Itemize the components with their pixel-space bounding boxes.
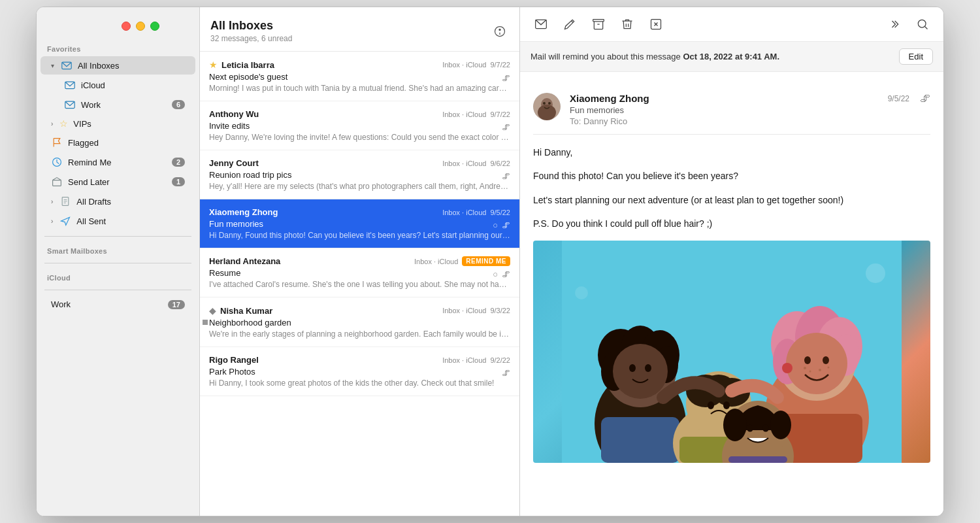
close-button[interactable]	[122, 22, 131, 31]
mail-sender: Rigo Rangel	[209, 355, 259, 365]
mail-icon	[64, 79, 76, 91]
sidebar-item-label: VIPs	[73, 119, 185, 129]
mail-sender: Anthony Wu	[209, 109, 259, 119]
mail-item[interactable]: ★ Leticia Ibarra Inbox · iCloud 9/7/22 N…	[200, 52, 519, 101]
icloud-section-label: iCloud	[37, 269, 199, 284]
sidebar-item-remind-me[interactable]: Remind Me 2	[41, 153, 195, 171]
sidebar-item-label: Work	[51, 299, 163, 309]
mail-subject: Park Photos	[209, 367, 255, 377]
work-section-badge: 17	[168, 300, 185, 309]
svg-point-36	[645, 364, 651, 372]
mail-preview: Hey Danny, We're loving the invite! A fe…	[209, 133, 510, 142]
mail-sender: Xiaomeng Zhong	[209, 207, 278, 217]
svg-point-45	[723, 401, 730, 409]
svg-point-55	[804, 356, 811, 364]
email-date: 9/5/22	[888, 94, 909, 103]
junk-button[interactable]	[645, 14, 666, 35]
mail-preview: Morning! I was put in touch with Tania b…	[209, 84, 510, 93]
sidebar-item-flagged[interactable]: Flagged	[41, 133, 195, 152]
mail-item[interactable]: ◆ Nisha Kumar Inbox · iCloud 9/3/22 Neig…	[200, 297, 519, 347]
sidebar-item-label: Remind Me	[68, 158, 167, 167]
email-subject: Fun memories	[570, 105, 881, 115]
date-label: 9/3/22	[490, 307, 510, 314]
mailbox-label: Inbox · iCloud	[442, 356, 486, 364]
remind-badge: REMIND ME	[462, 256, 510, 266]
sidebar-item-label: All Sent	[76, 216, 185, 226]
svg-point-66	[770, 411, 791, 439]
mail-item[interactable]: Rigo Rangel Inbox · iCloud 9/2/22 Park P…	[200, 347, 519, 396]
chevron-right-icon: ›	[51, 218, 53, 225]
sidebar-item-icloud[interactable]: iCloud	[41, 76, 195, 94]
unread-dot-icon: ◆	[209, 305, 216, 316]
mail-list-scroll: ★ Leticia Ibarra Inbox · iCloud 9/7/22 N…	[200, 52, 519, 516]
svg-rect-37	[601, 417, 679, 463]
svg-rect-4	[53, 180, 61, 186]
fullscreen-button[interactable]	[150, 22, 159, 31]
send-icon	[59, 215, 71, 227]
svg-point-34	[613, 344, 668, 399]
mail-item[interactable]: Jenny Court Inbox · iCloud 9/6/22 Reunio…	[200, 150, 519, 199]
svg-point-35	[629, 364, 636, 372]
mailbox-label: Inbox · iCloud	[442, 209, 486, 216]
mail-item[interactable]: Herland Antezana Inbox · iCloud REMIND M…	[200, 248, 519, 297]
svg-point-68	[762, 424, 769, 431]
sidebar: Favorites ▾ All Inboxes iCloud Work 6	[37, 7, 200, 516]
attachment-icon: 🖇	[502, 171, 510, 181]
mail-item[interactable]: Anthony Wu Inbox · iCloud 9/7/22 Invite …	[200, 101, 519, 150]
svg-point-10	[498, 28, 500, 30]
mail-subject: Reunion road trip pics	[209, 170, 291, 180]
compose-button[interactable]	[559, 14, 580, 35]
favorites-label: Favorites	[37, 40, 199, 56]
sidebar-item-all-sent[interactable]: › All Sent	[41, 212, 195, 230]
svg-point-44	[708, 401, 714, 409]
sidebar-item-work-section[interactable]: Work 17	[41, 296, 195, 312]
sidebar-item-all-inboxes[interactable]: ▾ All Inboxes	[41, 56, 195, 75]
mail-item-selected[interactable]: Xiaomeng Zhong Inbox · iCloud 9/5/22 Fun…	[200, 199, 519, 248]
search-button[interactable]	[912, 14, 933, 35]
svg-point-65	[723, 409, 747, 441]
star-icon: ★	[209, 59, 218, 70]
date-label: 9/5/22	[490, 209, 510, 216]
box-icon	[51, 176, 63, 188]
message-count: 32 messages, 6 unread	[210, 34, 292, 43]
remind-icon: ○	[493, 269, 498, 279]
mail-subject: Neighborhood garden	[209, 318, 291, 328]
mail-subject: Fun memories	[209, 219, 263, 229]
mail-preview: I've attached Carol's resume. She's the …	[209, 280, 510, 289]
sidebar-item-all-drafts[interactable]: › All Drafts	[41, 192, 195, 211]
star-icon: ☆	[59, 118, 68, 129]
mail-subject: Resume	[209, 268, 240, 278]
sidebar-item-label: All Inboxes	[78, 61, 185, 71]
email-to: To: Danny Rico	[570, 116, 881, 126]
avatar	[533, 93, 561, 120]
mailbox-label: Inbox · iCloud	[442, 307, 486, 314]
mail-icon	[61, 59, 73, 71]
more-button[interactable]	[883, 14, 904, 35]
archive-button[interactable]	[588, 14, 609, 35]
edit-button[interactable]: Edit	[899, 48, 933, 65]
email-body-line: Found this photo! Can you believe it's b…	[533, 169, 930, 183]
date-label: 9/7/22	[490, 110, 510, 118]
divider	[44, 263, 191, 263]
mail-list-header: All Inboxes 32 messages, 6 unread	[200, 7, 519, 52]
trash-button[interactable]	[617, 14, 638, 35]
reminder-text: Mail will remind you about this message …	[531, 52, 779, 61]
remind-icon: ○	[493, 220, 498, 230]
mail-preview: Hi Danny, Found this photo! Can you beli…	[209, 231, 510, 240]
attachment-icon: 🖇	[502, 269, 510, 279]
mail-list-header-text: All Inboxes 32 messages, 6 unread	[210, 19, 292, 43]
reply-button[interactable]	[531, 14, 551, 35]
sidebar-item-label: All Drafts	[76, 197, 185, 207]
email-header: Xiaomeng Zhong Fun memories To: Danny Ri…	[533, 82, 930, 135]
clock-icon	[51, 156, 63, 168]
attachment-icon: 🖇	[502, 368, 510, 378]
sidebar-item-vips[interactable]: › ☆ VIPs	[41, 115, 195, 132]
attachment-icon: 🖇	[502, 122, 510, 132]
sidebar-item-work[interactable]: Work 6	[41, 95, 195, 114]
filter-button[interactable]	[491, 22, 509, 41]
mailbox-label: Inbox · iCloud	[414, 258, 458, 265]
divider	[44, 290, 191, 290]
minimize-button[interactable]	[136, 22, 145, 31]
sidebar-item-send-later[interactable]: Send Later 1	[41, 173, 195, 191]
svg-line-20	[925, 27, 928, 29]
